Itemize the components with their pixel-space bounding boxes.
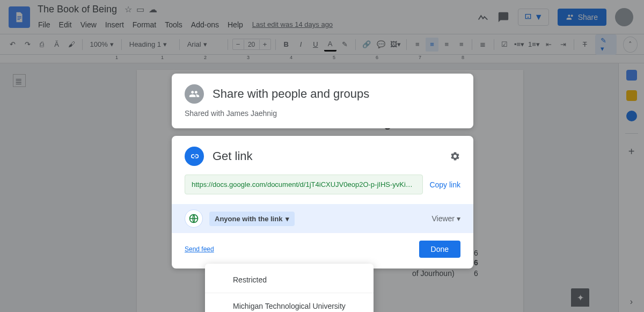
done-button[interactable]: Done — [419, 241, 460, 258]
scope-option-label: Restricted — [233, 275, 267, 284]
share-dialog: Share with people and groups Shared with… — [172, 74, 473, 276]
role-label: Viewer — [431, 214, 455, 223]
share-link-field[interactable]: https://docs.google.com/document/d/1jT4i… — [185, 175, 423, 194]
access-scope-menu: ✓ Restricted ✓ Michigan Technological Un… — [205, 264, 374, 312]
shared-with-text: Shared with James Jaehnig — [185, 109, 460, 118]
get-link-title: Get link — [213, 149, 253, 163]
share-people-title: Share with people and groups — [213, 87, 369, 101]
get-link-card: Get link https://docs.google.com/documen… — [172, 136, 473, 269]
access-scope-row: Anyone with the link ▾ Viewer ▾ — [172, 204, 473, 233]
role-dropdown[interactable]: Viewer ▾ — [431, 214, 460, 223]
send-feedback-link[interactable]: Send feed — [185, 245, 214, 253]
access-scope-label: Anyone with the link — [215, 215, 282, 223]
copy-link-button[interactable]: Copy link — [429, 180, 460, 189]
globe-icon — [185, 209, 203, 228]
link-icon — [185, 147, 204, 166]
access-scope-dropdown[interactable]: Anyone with the link ▾ — [209, 212, 295, 226]
chevron-down-icon: ▾ — [457, 214, 460, 223]
chevron-down-icon: ▾ — [286, 215, 289, 223]
link-settings-icon[interactable] — [450, 151, 460, 162]
people-icon — [185, 84, 204, 104]
scope-option-restricted[interactable]: ✓ Restricted — [205, 267, 374, 293]
share-people-card[interactable]: Share with people and groups Shared with… — [172, 74, 473, 128]
scope-option-label: Michigan Technological University — [233, 302, 346, 310]
scope-option-org[interactable]: ✓ Michigan Technological University — [205, 293, 374, 312]
